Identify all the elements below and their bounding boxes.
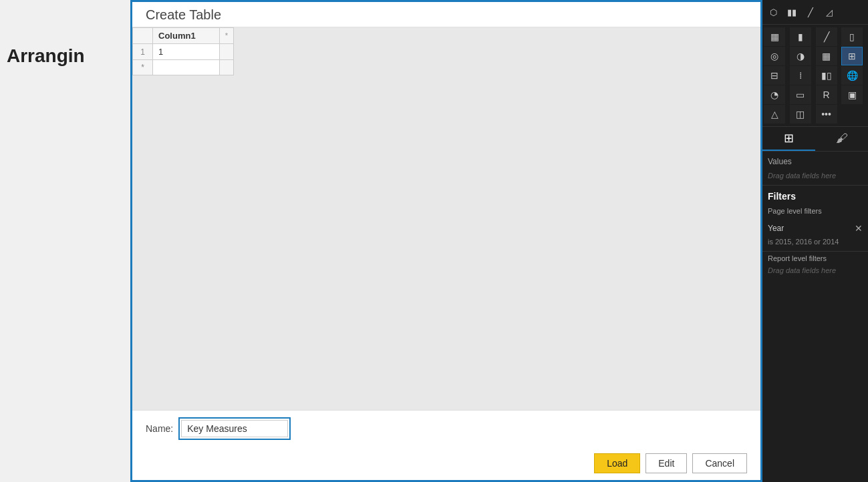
table-edit-area: Column1 * 1 1 * (132, 27, 760, 410)
cell-new-star (220, 60, 234, 75)
bar-icon[interactable]: ▮ (790, 27, 811, 46)
name-bar: Name: (132, 410, 760, 447)
load-button[interactable]: Load (594, 453, 640, 473)
viz-grid: ▦ ▮ ╱ ▯ ◎ ◑ ▦ ⊞ ⊟ ⁞ ▮▯ 🌐 ◔ ▭ R ▣ △ ◫ ••• (762, 25, 868, 127)
funnel-icon[interactable]: △ (764, 105, 785, 124)
cancel-button[interactable]: Cancel (692, 453, 747, 473)
map-icon[interactable]: ▣ (841, 85, 863, 104)
filters-title: Filters (762, 185, 868, 204)
toolbar-row-1: ⬡ ▮▮ ╱ ◿ (762, 0, 868, 25)
fields-tab[interactable]: ⊞ (762, 127, 815, 151)
page-filters-label: Page level filters (762, 204, 868, 220)
year-filter-label: Year (768, 224, 784, 233)
stacked-bar-icon[interactable]: ▦ (764, 27, 785, 46)
scatter-icon[interactable]: ⁞ (790, 66, 811, 85)
left-panel: Arrangin (0, 0, 130, 482)
edit-button[interactable]: Edit (645, 453, 687, 473)
donut-icon[interactable]: ◎ (764, 47, 785, 65)
year-filter-close[interactable]: ✕ (855, 223, 863, 234)
table-viz-icon[interactable]: ⊞ (841, 47, 863, 65)
drag-values-hint: Drag data fields here (762, 169, 868, 185)
matrix-icon[interactable]: ⊟ (764, 66, 785, 85)
line-chart-icon[interactable]: ╱ (801, 3, 820, 21)
bar-chart-icon[interactable]: ▮▮ (782, 3, 801, 21)
more-icon[interactable]: ••• (816, 105, 837, 124)
combo-icon[interactable]: ▯ (841, 27, 863, 46)
name-label: Name: (146, 423, 173, 434)
waterfall-icon[interactable]: ▮▯ (816, 66, 837, 85)
create-table-dialog: Create Table Column1 * 1 1 (130, 0, 762, 482)
row-num-header (133, 28, 153, 44)
r-icon[interactable]: R (816, 85, 837, 104)
name-input-wrapper (178, 417, 291, 440)
card-icon[interactable]: ▭ (790, 85, 811, 104)
right-panel: ⬡ ▮▮ ╱ ◿ ▦ ▮ ╱ ▯ ◎ ◑ ▦ ⊞ ⊟ ⁞ ▮▯ 🌐 ◔ ▭ R … (762, 0, 868, 482)
cursor-icon[interactable]: ⬡ (764, 3, 782, 21)
dialog-title: Create Table (132, 2, 760, 27)
data-table: Column1 * 1 1 * (132, 27, 234, 75)
table-row: 1 1 (133, 44, 234, 60)
column1-header: Column1 (153, 28, 220, 44)
area-chart-icon[interactable]: ◿ (820, 3, 839, 21)
field-panel-tabs: ⊞ 🖌 (762, 127, 868, 152)
format-tab[interactable]: 🖌 (815, 127, 868, 151)
page-title: Arrangin (0, 45, 85, 67)
cell-1-1[interactable]: 1 (153, 44, 220, 60)
cell-1-star (220, 44, 234, 60)
report-drag-hint: Drag data fields here (762, 265, 868, 276)
year-filter[interactable]: Year ✕ (762, 220, 868, 236)
filled-map-icon[interactable]: ◫ (790, 105, 811, 124)
values-section-title: Values (762, 152, 868, 169)
star-header: * (220, 28, 234, 44)
pie-icon[interactable]: ◑ (790, 47, 811, 65)
cell-new-1[interactable] (153, 60, 220, 75)
year-filter-desc: is 2015, 2016 or 2014 (762, 236, 868, 251)
table-row-new: * (133, 60, 234, 75)
line-icon[interactable]: ╱ (816, 27, 837, 46)
buttons-row: Load Edit Cancel (132, 447, 760, 480)
row-num-new: * (133, 60, 153, 75)
report-filters-label: Report level filters (762, 251, 868, 265)
name-input[interactable] (181, 420, 288, 437)
treemap-icon[interactable]: ▦ (816, 47, 837, 65)
row-num-1: 1 (133, 44, 153, 60)
globe-icon[interactable]: 🌐 (841, 66, 863, 85)
gauge-icon[interactable]: ◔ (764, 85, 785, 104)
